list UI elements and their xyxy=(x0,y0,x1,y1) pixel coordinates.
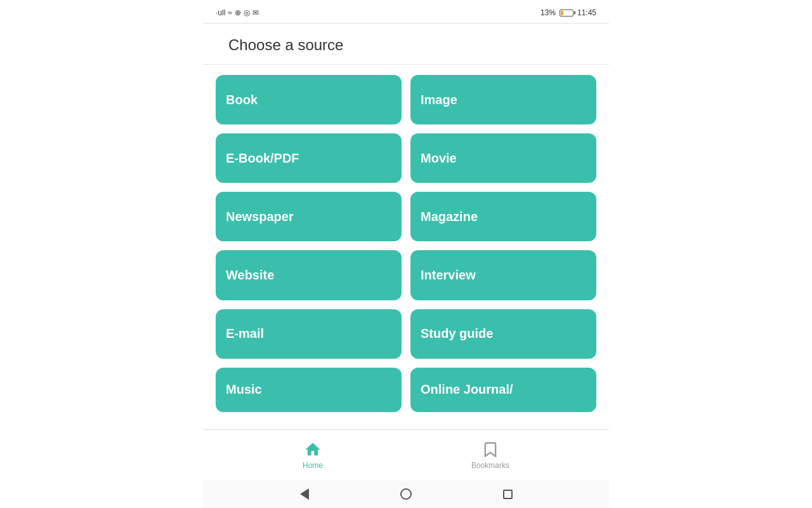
source-button-studyguide[interactable]: Study guide xyxy=(410,309,596,359)
status-right: 13% 11:45 xyxy=(540,8,596,17)
back-icon xyxy=(300,488,309,500)
source-button-website[interactable]: Website xyxy=(216,250,402,300)
page-title-area: Choose a source xyxy=(203,23,609,64)
bookmark-icon xyxy=(481,441,499,458)
source-button-email[interactable]: E-mail xyxy=(216,309,402,359)
phone-container: ·ull ≈ ⊕ ◎ ✉ 13% 11:45 Choose a source B… xyxy=(203,0,609,508)
source-button-ebook[interactable]: E-Book/PDF xyxy=(216,133,402,183)
recents-icon xyxy=(503,490,513,499)
bottom-nav: Home Bookmarks xyxy=(203,429,609,480)
battery-percent: 13% xyxy=(540,8,556,17)
home-system-icon xyxy=(400,488,412,500)
nav-bookmarks[interactable]: Bookmarks xyxy=(471,441,509,470)
recents-button[interactable] xyxy=(501,488,514,500)
source-button-book[interactable]: Book xyxy=(216,75,402,124)
source-button-interview[interactable]: Interview xyxy=(410,250,596,300)
battery-box xyxy=(560,10,573,17)
source-button-onlinejournal[interactable]: Online Journal/ xyxy=(410,368,596,412)
home-icon xyxy=(304,441,322,458)
source-button-image[interactable]: Image xyxy=(410,75,596,124)
bookmarks-label: Bookmarks xyxy=(471,461,509,470)
source-button-music[interactable]: Music xyxy=(216,368,402,412)
source-button-newspaper[interactable]: Newspaper xyxy=(216,192,402,241)
whatsapp-icon: ◎ xyxy=(244,8,250,17)
signal-icon: ·ull xyxy=(216,8,225,17)
source-button-movie[interactable]: Movie xyxy=(410,133,596,183)
status-bar: ·ull ≈ ⊕ ◎ ✉ 13% 11:45 xyxy=(203,0,609,23)
page-title: Choose a source xyxy=(228,36,584,54)
wifi-icon: ≈ xyxy=(228,8,232,17)
mail-icon: ✉ xyxy=(252,8,259,17)
time-display: 11:45 xyxy=(577,8,596,17)
vpn-icon: ⊕ xyxy=(235,8,241,17)
back-button[interactable] xyxy=(298,488,311,500)
source-grid: Book Image E-Book/PDF Movie Newspaper Ma… xyxy=(203,65,609,429)
source-button-magazine[interactable]: Magazine xyxy=(410,192,596,241)
status-left: ·ull ≈ ⊕ ◎ ✉ xyxy=(216,8,259,17)
home-label: Home xyxy=(303,461,323,470)
battery-indicator xyxy=(560,10,573,17)
battery-fill xyxy=(561,11,563,15)
system-nav xyxy=(203,480,609,508)
nav-home[interactable]: Home xyxy=(303,441,323,470)
home-button[interactable] xyxy=(400,488,412,500)
